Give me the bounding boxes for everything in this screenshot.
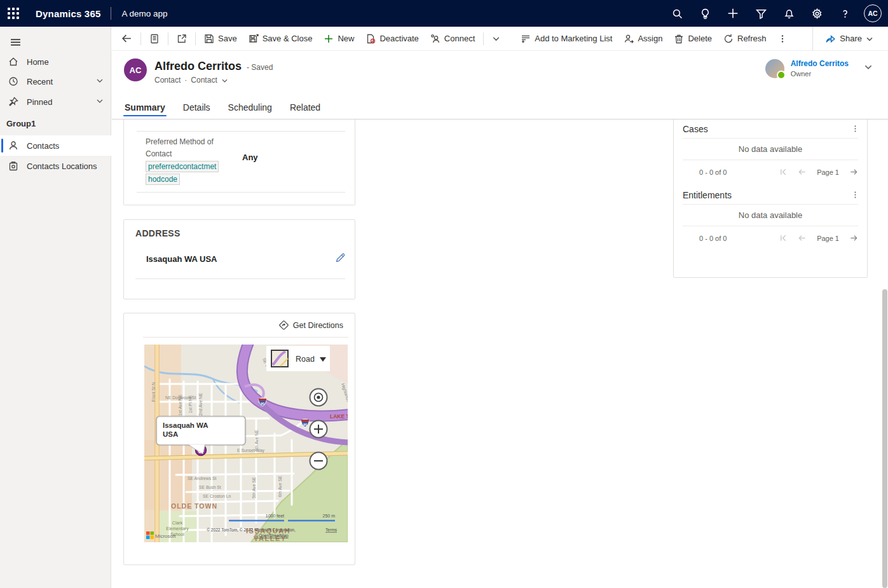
command-separator [140,32,141,45]
gear-icon[interactable] [804,0,830,27]
sidebar-item-contacts[interactable]: Contacts [0,135,111,156]
add-to-marketing-list-button[interactable]: Add to Marketing List [515,29,618,48]
area-label: OLDE TOWN [171,502,217,510]
plus-icon[interactable] [720,0,746,27]
map-style-selector[interactable]: Road [266,346,330,371]
popout-button[interactable] [171,29,193,48]
share-button[interactable]: Share [819,29,879,48]
owner-field[interactable]: Alfredo Cerritos Owner [765,59,849,78]
record-avatar: AC [124,58,147,81]
chevron-down-icon[interactable] [96,77,104,86]
header-chevron-icon[interactable] [864,62,873,74]
next-page-button[interactable] [849,234,858,242]
street-label: 1st Pl NE [188,395,193,413]
address-card: ADDRESS Issaquah WA USA [123,219,355,299]
sidebar-item-label: Pinned [27,97,52,107]
new-button[interactable]: New [318,29,360,48]
bing-map[interactable]: NE Dogwood St E Sunset Way SE Andrews St… [144,345,348,542]
sidebar-item-contacts-locations[interactable]: Contacts Locations [0,156,111,176]
bell-icon[interactable] [776,0,802,27]
svg-text:90: 90 [303,423,307,427]
pin-icon [8,97,18,107]
tab-details[interactable]: Details [182,97,212,119]
user-avatar[interactable]: AC [864,4,882,22]
app-bar: Dynamics 365 A demo app AC [0,0,888,27]
overflow-button[interactable] [772,29,793,48]
address-value[interactable]: Issaquah WA USA [146,254,217,264]
osm-link[interactable]: © OpenStreetMap [254,533,289,538]
area-label: LAKE T [330,413,348,420]
save-status: - Saved [247,63,273,72]
directions-icon [279,320,289,330]
get-directions-button[interactable]: Get Directions [124,313,355,337]
more-options-icon[interactable] [851,191,859,199]
appbar-divider [111,7,111,20]
lightbulb-icon[interactable] [692,0,718,27]
chevron-down-icon[interactable] [96,97,104,107]
first-page-button[interactable] [779,234,788,242]
scrollbar-thumb[interactable] [882,289,887,588]
connect-button[interactable]: Connect [425,29,481,48]
brand-title[interactable]: Dynamics 365 [36,8,100,19]
cases-section-title: Cases [683,124,708,134]
owner-name-link[interactable]: Alfredo Cerritos [791,59,849,68]
previous-page-button[interactable] [798,168,807,176]
tab-related[interactable]: Related [289,97,322,119]
next-page-button[interactable] [849,168,858,176]
assign-button[interactable]: Assign [618,29,668,48]
sidebar-item-label: Contacts Locations [27,161,97,171]
hamburger-menu-icon[interactable] [5,32,25,52]
sidebar-item-recent[interactable]: Recent [0,71,111,92]
vertical-scrollbar[interactable] [882,27,887,588]
delete-button[interactable]: Delete [668,29,718,48]
sidebar-item-label: Contacts [27,141,59,151]
location-entity-icon [8,161,18,171]
connect-chevron-button[interactable] [486,29,506,48]
previous-page-button[interactable] [798,234,807,242]
entitlements-section-title: Entitlements [683,190,732,200]
form-selector-button[interactable] [144,29,165,48]
refresh-button[interactable]: Refresh [718,29,772,48]
preferred-method-value[interactable]: Any [242,136,258,186]
entity-type-label: Contact [154,76,181,85]
app-name[interactable]: A demo app [121,9,167,18]
sidebar-item-home[interactable]: Home [0,51,111,72]
street-label: E Sunset Way [237,448,264,453]
record-name: Alfredo Cerritos [154,60,242,73]
street-label: SE Croston Ln [203,494,231,498]
tab-summary[interactable]: Summary [123,97,167,119]
svg-text:USA: USA [163,430,178,438]
owner-avatar [765,59,784,78]
poi-label: Elementary [166,526,189,531]
street-label: SE Andrews St [188,476,216,481]
more-options-icon[interactable] [851,125,859,133]
deactivate-button[interactable]: Deactivate [360,29,424,48]
edit-pencil-icon[interactable] [335,252,346,266]
filter-icon[interactable] [748,0,774,27]
search-icon[interactable] [664,0,690,27]
zoom-in-button[interactable] [310,421,327,438]
zoom-out-button[interactable] [310,453,327,470]
entitlements-empty-message: No data available [674,205,867,226]
form-selector-label[interactable]: Contact [191,76,217,85]
waffle-menu-icon[interactable] [0,0,27,27]
svg-text:90: 90 [261,402,264,406]
chevron-down-icon[interactable] [221,77,228,84]
locate-me-button[interactable] [310,389,327,406]
poi-label: Clark [172,521,183,525]
street-label: 2nd Ave NE [198,393,203,416]
save-and-close-button[interactable]: Save & Close [243,29,318,48]
entitlements-record-range: 0 - 0 of 0 [699,235,727,242]
svg-text:Microsoft: Microsoft [155,533,176,539]
back-button[interactable] [116,29,138,48]
tab-scheduling[interactable]: Scheduling [227,97,273,119]
save-button[interactable]: Save [198,29,243,48]
sidebar-item-pinned[interactable]: Pinned [0,92,111,112]
street-label: SE Bush St [199,485,221,489]
terms-link[interactable]: Terms [325,528,338,532]
help-icon[interactable] [832,0,857,27]
svg-text:Issaquah WA: Issaquah WA [163,421,208,429]
site-map-sidebar: Home Recent Pinned Group1 Contacts Conta… [0,27,111,588]
form-tabs: Summary Details Scheduling Related [123,97,322,119]
first-page-button[interactable] [779,168,788,176]
